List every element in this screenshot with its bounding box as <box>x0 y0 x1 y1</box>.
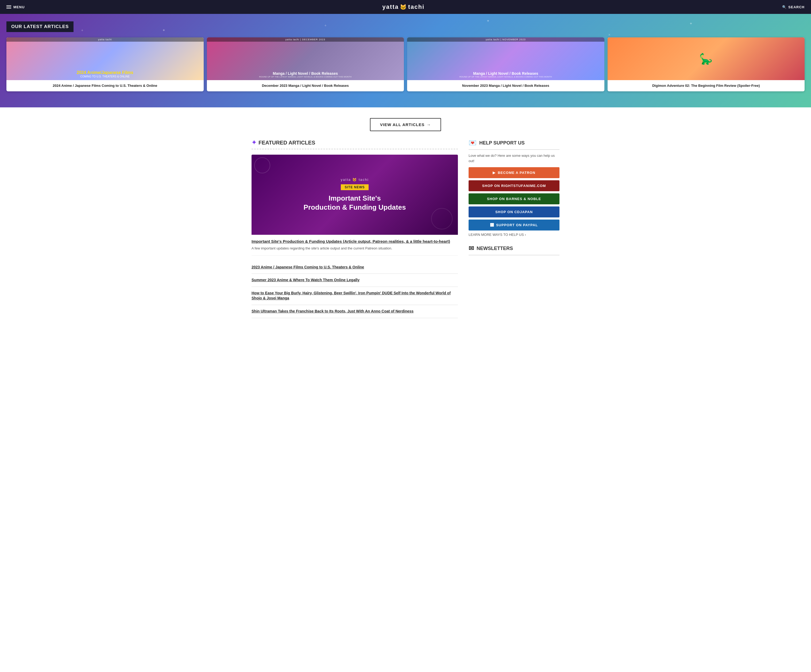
card-3-overlay: Manga / Light Novel / Book Releases ROUN… <box>407 70 604 80</box>
featured-hero-image[interactable]: yatta 🐱 tachi SITE NEWS Important Site's… <box>251 155 458 235</box>
hero-section: ✦ + ✦ × ✦ + ○ + ○ ○ OUR LATEST ARTICLES … <box>0 14 811 107</box>
featured-title-text: FEATURED ARTICLES <box>258 140 315 146</box>
search-icon: 🔍 <box>782 5 787 9</box>
side-article-0[interactable]: 2023 Anime / Japanese Films Coming to U.… <box>251 261 458 274</box>
article-card-4-image: 🦕 <box>607 37 805 80</box>
patreon-icon: ▶ <box>493 171 495 175</box>
barnes-label: SHOP ON BARNES & NOBLE <box>487 197 541 201</box>
card-3-logo: yatta tachi | NOVEMBER 2023 <box>407 37 604 42</box>
help-support-section: 💌 HELP SUPPORT US Love what we do? Here … <box>468 139 560 237</box>
patreon-label: BECOME A PATRON <box>498 171 535 175</box>
article-card-1-image: yatta tachi 2024 Anime/Japanese Films CO… <box>7 37 204 80</box>
logo-text-right: tachi <box>408 3 424 10</box>
rightstuf-label: SHOP ON RightStufANIME.com <box>482 184 546 188</box>
rightstuf-button[interactable]: SHOP ON RightStufANIME.com <box>468 180 560 191</box>
help-support-title-text: HELP SUPPORT US <box>479 140 525 146</box>
help-description: Love what we do? Here are some ways you … <box>468 153 560 163</box>
logo-text-left: yatta <box>382 3 399 10</box>
article-card-2-image: yatta tachi | DECEMBER 2023 Manga / Ligh… <box>207 37 404 80</box>
hamburger-icon <box>7 5 11 8</box>
patreon-button[interactable]: ▶ BECOME A PATRON <box>468 167 560 178</box>
side-article-2-link: How to Ease Your Big Burly, Hairy, Glist… <box>251 291 451 300</box>
side-article-1-link: Summer 2023 Anime & Where To Watch Them … <box>251 278 360 282</box>
view-all-section: VIEW ALL ARTICLES → <box>0 107 811 139</box>
view-all-button[interactable]: VIEW ALL ARTICLES → <box>370 118 441 131</box>
card-3-sub: ROUND UP OF THE LATEST MANGA, LIGHT NOVE… <box>409 76 603 78</box>
article-card-3[interactable]: yatta tachi | NOVEMBER 2023 Manga / Ligh… <box>407 37 604 91</box>
featured-section-title: ✦ FEATURED ARTICLES <box>251 139 458 149</box>
menu-button[interactable]: MENU <box>7 5 25 9</box>
featured-main-card: yatta 🐱 tachi SITE NEWS Important Site's… <box>251 155 458 256</box>
article-card-2[interactable]: yatta tachi | DECEMBER 2023 Manga / Ligh… <box>207 37 404 91</box>
featured-section: ✦ FEATURED ARTICLES yatta 🐱 tachi SITE N… <box>251 139 458 318</box>
main-content: ✦ FEATURED ARTICLES yatta 🐱 tachi SITE N… <box>245 139 566 328</box>
cdjapan-label: SHOP ON CDjapan <box>495 210 533 214</box>
featured-card-desc: A few important updates regarding the si… <box>251 246 458 251</box>
article-card-4[interactable]: 🦕 Digimon Adventure 02: The Beginning Fi… <box>607 37 805 91</box>
latest-articles-badge: OUR LATEST ARTICLES <box>7 21 73 32</box>
side-article-3[interactable]: Shin Ultraman Takes the Franchise Back t… <box>251 305 458 318</box>
deco-circle-1 <box>254 157 270 173</box>
article-card-4-title: Digimon Adventure 02: The Beginning Film… <box>611 83 802 88</box>
card-2-sub: ROUND UP OF THE LATEST MANGA, LIGHT NOVE… <box>209 76 402 78</box>
newsletters-title-text: NEWSLETTERS <box>477 246 513 251</box>
side-article-0-link: 2023 Anime / Japanese Films Coming to U.… <box>251 265 364 269</box>
paypal-label: SUPPORT ON PayPal <box>496 223 538 227</box>
paypal-button[interactable]: 🅿 SUPPORT ON PayPal <box>468 220 560 230</box>
right-sidebar: 💌 HELP SUPPORT US Love what we do? Here … <box>468 139 560 318</box>
card-1-overlay: 2024 Anime/Japanese Films COMING TO U.S.… <box>7 69 204 80</box>
newsletters-section: ✉ NEWSLETTERS <box>468 245 560 256</box>
help-icon: 💌 <box>468 139 477 147</box>
article-card-3-body: November 2023 Manga / Light Novel / Book… <box>407 80 604 91</box>
header: MENU yatta 🐱 tachi 🔍 SEARCH <box>0 0 811 14</box>
deco-circle-2 <box>431 208 453 229</box>
side-article-3-link: Shin Ultraman Takes the Franchise Back t… <box>251 309 414 313</box>
article-card-1-title: 2024 Anime / Japanese Films Coming to U.… <box>10 83 200 88</box>
article-card-2-title: December 2023 Manga / Light Novel / Book… <box>210 83 401 88</box>
barnes-button[interactable]: SHOP ON BARNES & NOBLE <box>468 193 560 204</box>
card-1-logo: yatta tachi <box>7 37 204 42</box>
side-article-2[interactable]: How to Ease Your Big Burly, Hairy, Glist… <box>251 287 458 305</box>
card-3-label: Manga / Light Novel / Book Releases <box>409 71 603 76</box>
article-card-4-body: Digimon Adventure 02: The Beginning Film… <box>607 80 805 91</box>
newsletters-title: ✉ NEWSLETTERS <box>468 245 560 256</box>
article-card-3-image: yatta tachi | NOVEMBER 2023 Manga / Ligh… <box>407 37 604 80</box>
featured-hero-title: Important Site'sProduction & Funding Upd… <box>298 194 411 212</box>
learn-more-link[interactable]: LEARN MORE WAYS TO HELP US › <box>468 233 560 237</box>
article-card-1-body: 2024 Anime / Japanese Films Coming to U.… <box>7 80 204 91</box>
side-article-1[interactable]: Summer 2023 Anime & Where To Watch Them … <box>251 274 458 287</box>
featured-badge: SITE NEWS <box>341 184 368 190</box>
paypal-icon: 🅿 <box>490 223 494 227</box>
search-label: SEARCH <box>788 5 804 9</box>
articles-grid: yatta tachi 2024 Anime/Japanese Films CO… <box>7 37 804 91</box>
card-1-year: 2024 Anime/Japanese Films <box>8 70 202 75</box>
article-card-3-title: November 2023 Manga / Light Novel / Book… <box>410 83 601 88</box>
view-all-label: VIEW ALL ARTICLES <box>380 122 424 127</box>
card-2-overlay: Manga / Light Novel / Book Releases ROUN… <box>207 70 404 80</box>
article-card-2-body: December 2023 Manga / Light Novel / Book… <box>207 80 404 91</box>
digimon-icon: 🦕 <box>699 52 713 65</box>
featured-accent: ✦ <box>251 139 256 146</box>
card-1-sub: COMING TO U.S. THEATERS & ONLINE <box>8 75 202 78</box>
card-2-logo: yatta tachi | DECEMBER 2023 <box>207 37 404 42</box>
featured-card-body: Important Site's Production & Funding Up… <box>251 235 458 256</box>
menu-label: MENU <box>14 5 25 9</box>
featured-card-link[interactable]: Important Site's Production & Funding Up… <box>251 239 458 244</box>
logo-cat-icon: 🐱 <box>400 4 407 10</box>
site-logo[interactable]: yatta 🐱 tachi <box>382 3 424 10</box>
featured-logo: yatta 🐱 tachi <box>341 178 369 182</box>
help-support-title: 💌 HELP SUPPORT US <box>468 139 560 150</box>
card-2-label: Manga / Light Novel / Book Releases <box>209 71 402 76</box>
cdjapan-button[interactable]: SHOP ON CDjapan <box>468 207 560 217</box>
side-articles: 2023 Anime / Japanese Films Coming to U.… <box>251 261 458 318</box>
newsletter-icon: ✉ <box>468 245 474 252</box>
article-card-1[interactable]: yatta tachi 2024 Anime/Japanese Films CO… <box>7 37 204 91</box>
search-button[interactable]: 🔍 SEARCH <box>782 5 804 9</box>
view-all-arrow: → <box>427 122 431 127</box>
